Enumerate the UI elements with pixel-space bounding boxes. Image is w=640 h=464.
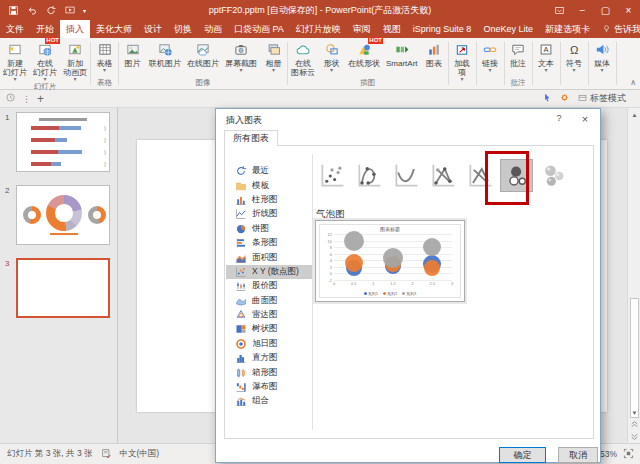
- spellcheck-icon[interactable]: [101, 448, 112, 461]
- vertical-scrollbar[interactable]: ▲ ▼: [627, 108, 640, 443]
- ribbon-button-chart[interactable]: 图表: [421, 38, 448, 78]
- minimize-icon[interactable]: −: [571, 0, 594, 20]
- chart-type-column-chart[interactable]: 柱形图: [226, 193, 312, 207]
- ribbon-button-smartart[interactable]: SmartArt: [383, 38, 421, 78]
- window-controls: − ▢ ×: [548, 0, 640, 20]
- ribbon-button-cloud-picture[interactable]: 在线图片: [184, 38, 222, 78]
- chart-type-area-chart[interactable]: 面积图: [226, 250, 312, 264]
- tag-mode-icon: [577, 93, 588, 105]
- next-slide-icon[interactable]: [628, 430, 640, 443]
- chart-type-pie-chart[interactable]: 饼图: [226, 222, 312, 236]
- dialog-help-icon[interactable]: ?: [552, 113, 566, 123]
- chart-type-label: 柱形图: [252, 194, 278, 206]
- subtype-scatter-straight-markers-icon[interactable]: [426, 159, 459, 192]
- ribbon-button-label: 加载 项: [454, 59, 470, 77]
- ribbon-button-picture[interactable]: 图片: [119, 38, 146, 78]
- y-tick-label: 12: [322, 232, 332, 237]
- zoom-level[interactable]: 53%: [600, 449, 617, 459]
- ribbon-button-screenshot[interactable]: 屏幕截图▾: [222, 38, 260, 78]
- tab-3[interactable]: 美化大师: [90, 20, 138, 38]
- ok-button[interactable]: 确定: [499, 447, 546, 463]
- collapse-ribbon-icon[interactable]: ∧: [630, 78, 636, 87]
- scrollbar-thumb[interactable]: [630, 298, 639, 418]
- chart-type-radar-chart[interactable]: 雷达图: [226, 308, 312, 322]
- slide-thumbnail-3[interactable]: [16, 258, 110, 318]
- tab-file[interactable]: 文件: [0, 20, 30, 38]
- cursor-icon[interactable]: [542, 92, 552, 105]
- chart-type-waterfall-chart[interactable]: 瀑布图: [226, 380, 312, 394]
- cancel-button[interactable]: 取消: [558, 447, 598, 463]
- redo-icon[interactable]: [45, 5, 57, 16]
- ribbon-button-online-slide[interactable]: 在线 幻灯片▾HOT: [30, 38, 60, 82]
- x-tick-label: 2: [412, 281, 414, 286]
- maximize-icon[interactable]: ▢: [594, 0, 617, 20]
- histogram-chart-icon: [235, 352, 247, 364]
- ribbon-button-album[interactable]: 相册▾: [260, 38, 287, 78]
- tab-5[interactable]: 切换: [168, 20, 198, 38]
- ribbon-button-addin[interactable]: 加载 项▾: [449, 38, 476, 82]
- chart-type-label: 组合: [252, 395, 269, 407]
- undo-icon[interactable]: [26, 5, 38, 16]
- symbol-icon: Ω: [566, 40, 582, 59]
- chart-type-recent[interactable]: 最近: [226, 164, 312, 178]
- tab-7[interactable]: 口袋动画 PA: [228, 20, 290, 38]
- chart-type-combo-chart[interactable]: 组合: [226, 394, 312, 408]
- annotation-highlight-box: [485, 151, 529, 205]
- chart-type-treemap-chart[interactable]: 树状图: [226, 322, 312, 336]
- fit-slide-icon[interactable]: [623, 448, 634, 461]
- gear-icon[interactable]: [559, 92, 570, 105]
- language-indicator[interactable]: 中文(中国): [120, 448, 160, 460]
- ribbon-button-online-shapes[interactable]: 在线形状HOT: [345, 38, 383, 78]
- ribbon-button-link[interactable]: 链接▾: [477, 38, 504, 78]
- subtype-scatter-icon[interactable]: [315, 159, 348, 192]
- tab-9[interactable]: 审阅: [347, 20, 377, 38]
- slideshow-icon[interactable]: [64, 5, 76, 16]
- subtype-scatter-smooth-markers-icon[interactable]: [352, 159, 385, 192]
- tab-4[interactable]: 设计: [138, 20, 168, 38]
- tag-mode-toggle[interactable]: 标签模式: [577, 92, 626, 105]
- ribbon-button-table[interactable]: 表格▾: [91, 38, 118, 78]
- ribbon-button-media[interactable]: 媒体▾: [589, 38, 616, 78]
- tab-all-charts[interactable]: 所有图表: [224, 130, 278, 146]
- tab-8[interactable]: 幻灯片放映: [290, 20, 347, 38]
- more-dots-icon[interactable]: ⋮: [22, 94, 31, 104]
- close-icon[interactable]: ×: [617, 0, 640, 20]
- ribbon-options-icon[interactable]: [548, 0, 571, 20]
- subtype-bubble-3d-icon[interactable]: [537, 159, 570, 192]
- slide-thumbnail-1[interactable]: } } } }: [16, 112, 110, 172]
- tell-me-box[interactable]: 告诉我...: [596, 20, 640, 38]
- slide-thumbnail-2[interactable]: [16, 185, 110, 245]
- ribbon-button-comment[interactable]: 批注: [505, 38, 532, 78]
- tab-13[interactable]: 新建选项卡: [539, 20, 596, 38]
- chart-type-surface-chart[interactable]: 曲面图: [226, 294, 312, 308]
- ribbon-button-text[interactable]: A文本▾: [533, 38, 560, 78]
- chart-type-stock-chart[interactable]: 股价图: [226, 279, 312, 293]
- ribbon-button-new-slide[interactable]: 新建 幻灯片▾: [0, 38, 30, 82]
- tab-2[interactable]: 插入: [60, 20, 90, 38]
- ribbon-button-shapes[interactable]: 形状▾: [318, 38, 345, 78]
- dialog-close-icon[interactable]: ×: [578, 113, 592, 125]
- add-icon[interactable]: +: [37, 92, 44, 106]
- chart-type-template[interactable]: 模板: [226, 178, 312, 192]
- ribbon-button-icon-cloud[interactable]: 在线 图标云: [288, 38, 318, 78]
- ribbon-button-online-picture[interactable]: 联机图片: [146, 38, 184, 78]
- tab-11[interactable]: iSpring Suite 8: [407, 20, 478, 38]
- subtype-scatter-smooth-icon[interactable]: [389, 159, 422, 192]
- save-icon[interactable]: [8, 5, 19, 16]
- chart-type-scatter-chart[interactable]: X Y (散点图): [226, 265, 312, 279]
- customize-qat-icon[interactable]: ▾: [83, 7, 86, 14]
- chart-type-sunburst-chart[interactable]: 旭日图: [226, 337, 312, 351]
- chart-preview[interactable]: 图表标题 -202468101200.511.522.53系列1系列2系列3: [315, 220, 465, 302]
- tab-6[interactable]: 动画: [198, 20, 228, 38]
- tab-1[interactable]: 开始: [30, 20, 60, 38]
- chart-type-line-chart[interactable]: 折线图: [226, 207, 312, 221]
- tab-12[interactable]: OneKey Lite: [477, 20, 539, 38]
- chart-type-histogram-chart[interactable]: 直方图: [226, 351, 312, 365]
- tab-10[interactable]: 视图: [377, 20, 407, 38]
- ribbon-button-symbol[interactable]: Ω符号▾: [561, 38, 588, 78]
- clock-icon[interactable]: [5, 92, 16, 105]
- chart-type-bar-chart[interactable]: 条形图: [226, 236, 312, 250]
- scroll-up-icon[interactable]: ▲: [628, 108, 640, 121]
- chart-type-box-chart[interactable]: 箱形图: [226, 365, 312, 379]
- ribbon-button-anim-page[interactable]: 新加 动画页▾: [60, 38, 90, 82]
